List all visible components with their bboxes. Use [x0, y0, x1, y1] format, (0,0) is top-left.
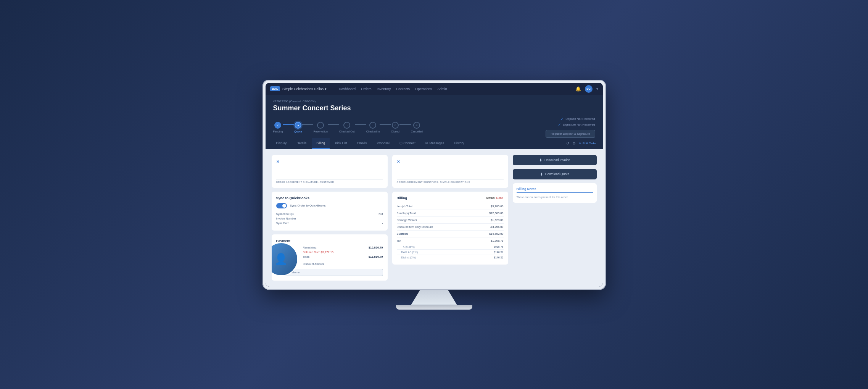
sync-quickbooks-toggle[interactable]: [276, 203, 287, 208]
qb-toggle-row: Sync Order to QuickBooks: [276, 203, 383, 208]
monitor-stand: [411, 290, 457, 305]
step-circle-pending: ✓: [274, 122, 281, 129]
step-label-checked-out: Checked Out: [339, 130, 355, 133]
step-cancelled: ⊘ Cancelled: [411, 122, 423, 133]
tab-emails[interactable]: Emails: [353, 138, 372, 149]
step-connector-6: [399, 124, 411, 125]
qb-field-synced: Synced to QB NO: [276, 212, 383, 216]
tab-billing[interactable]: Billing: [312, 138, 330, 149]
billing-row-items-total: Item(s) Total $3,780.00: [397, 203, 504, 210]
payment-details: Remaining: $15,860.79 Balance Due: $3,17…: [303, 246, 383, 266]
step-checked-out: → Checked Out: [339, 122, 355, 133]
deposit-info: ✓ Deposit Not Received: [560, 117, 595, 121]
nav-link-operations[interactable]: Operations: [415, 87, 432, 91]
billing-row-damage-waiver: Damage Waiver $1,628.00: [397, 217, 504, 224]
tab-display[interactable]: Display: [272, 138, 291, 149]
tab-history[interactable]: History: [449, 138, 469, 149]
right-panel: ⬇ Download Invoice ⬇ Download Quote Bill…: [513, 155, 597, 281]
tab-pick-list[interactable]: Pick List: [330, 138, 352, 149]
status-bar: ✓ Pending ● Quote → Reserv: [273, 117, 595, 138]
billing-row-subtotal: Subtotal $14,652.00: [397, 231, 504, 237]
qb-title: Sync to QuickBooks: [276, 196, 383, 200]
billing-status: Status: None: [486, 196, 503, 200]
edit-icon: ✏: [579, 142, 581, 145]
step-checked-in: ← Checked In: [366, 122, 380, 133]
tab-right-actions: ↺ ⚙ ✏ Edit Order: [566, 141, 596, 145]
settings-icon[interactable]: ⚙: [572, 141, 576, 145]
status-steps: ✓ Pending ● Quote → Reserv: [273, 122, 423, 133]
payment-title: Payment: [276, 239, 383, 243]
nav-link-orders[interactable]: Orders: [361, 87, 372, 91]
step-circle-checked-out: →: [343, 122, 350, 129]
step-circle-checked-in: ←: [369, 122, 376, 129]
sig-label-company: ORDER AGREEMENT SIGNATURE: Simple Celebr…: [397, 179, 504, 183]
nav-brand: BAL Simple Celebrations Dallas ▾: [270, 86, 327, 91]
billing-panel: Billing Status: None Item(s) Total $3,78…: [392, 192, 508, 265]
billing-row-district: District (1%) $146.52: [397, 255, 504, 260]
step-connector-5: [380, 124, 391, 125]
billing-header: Billing Status: None: [397, 196, 504, 200]
bell-icon[interactable]: 🔔: [575, 86, 581, 92]
nav-link-dashboard[interactable]: Dashboard: [339, 87, 356, 91]
nav-badge: BAL: [270, 86, 280, 91]
main-content: ✕ ORDER AGREEMENT SIGNATURE: Customer Sy…: [266, 149, 603, 287]
tab-details[interactable]: Details: [292, 138, 311, 149]
order-meta: #97027260 (Created: 02/06/24): [273, 100, 595, 103]
payment-row-total: Total: $15,860.79: [303, 255, 383, 258]
header-right: ✓ Deposit Not Received ✓ Signature Not R…: [546, 117, 595, 138]
quickbooks-panel: Sync to QuickBooks Sync Order to QuickBo…: [272, 192, 388, 231]
billing-row-discount: Discount Item Only Discount -$3,256.00: [397, 224, 504, 231]
step-reservation: → Reservation: [313, 122, 327, 133]
billing-notes-text: There are no notes present for this orde…: [517, 195, 593, 199]
step-circle-cancelled: ⊘: [413, 122, 420, 129]
nav-company: Simple Celebrations Dallas ▾: [282, 87, 327, 91]
billing-row-tx: TX (6.25%) $915.75: [397, 244, 504, 250]
edit-order-button[interactable]: ✏ Edit Order: [579, 142, 596, 145]
step-connector-1: [283, 124, 294, 125]
step-connector-3: [328, 124, 339, 125]
left-column: ✕ ORDER AGREEMENT SIGNATURE: Customer Sy…: [272, 155, 388, 281]
download-invoice-button[interactable]: ⬇ Download Invoice: [513, 155, 597, 165]
chevron-down-icon[interactable]: ▾: [325, 87, 327, 91]
step-label-cancelled: Cancelled: [411, 130, 423, 133]
monitor-wrapper: BAL Simple Celebrations Dallas ▾ Dashboa…: [262, 80, 606, 310]
order-header: #97027260 (Created: 02/06/24) Summer Con…: [266, 95, 603, 138]
tab-proposal[interactable]: Proposal: [372, 138, 394, 149]
billing-section-title: Billing: [397, 196, 407, 200]
tab-connect[interactable]: ⬡ Connect: [395, 138, 420, 149]
step-label-closed: Closed: [391, 130, 399, 133]
step-label-reservation: Reservation: [313, 130, 327, 133]
order-title: Summer Concert Series: [273, 104, 595, 112]
signature-info: ✓ Signature Not Received: [558, 123, 595, 127]
request-deposit-signature-button[interactable]: Request Deposit & Signature: [546, 130, 595, 138]
qb-field-invoice: Invoice Number -: [276, 217, 383, 220]
tab-messages[interactable]: ✉ Messages: [421, 138, 449, 149]
avatar-placeholder: 👤: [272, 243, 297, 275]
payment-row-balance-due: Balance Due: $3,172.16: [303, 250, 383, 254]
status-value: None: [496, 196, 503, 200]
step-circle-closed: ◇: [392, 122, 399, 129]
nav-link-admin[interactable]: Admin: [437, 87, 447, 91]
step-connector-2: [302, 124, 313, 125]
check-icon-deposit: ✓: [560, 117, 564, 121]
payment-row-remaining: Remaining: $15,860.79: [303, 246, 383, 249]
check-icon-signature: ✓: [558, 123, 561, 127]
nav-link-inventory[interactable]: Inventory: [377, 87, 391, 91]
refresh-icon[interactable]: ↺: [566, 141, 569, 145]
step-circle-quote: ●: [295, 122, 301, 129]
nav-right: 🔔 SC ▾: [575, 85, 598, 93]
monitor-inner: BAL Simple Celebrations Dallas ▾ Dashboa…: [266, 83, 603, 287]
download-quote-button[interactable]: ⬇ Download Quote: [513, 169, 597, 179]
qb-field-sync-date: Sync Date -: [276, 221, 383, 225]
step-quote: ● Quote: [294, 122, 302, 133]
step-label-quote: Quote: [294, 130, 302, 133]
step-closed: ◇ Closed: [391, 122, 399, 133]
step-connector-4: [355, 124, 366, 125]
sig-x-customer: ✕: [276, 160, 383, 164]
nav-link-contacts[interactable]: Contacts: [396, 87, 410, 91]
chevron-down-icon[interactable]: ▾: [596, 87, 598, 91]
download-quote-icon: ⬇: [540, 172, 543, 176]
signature-customer-panel: ✕ ORDER AGREEMENT SIGNATURE: Customer: [272, 155, 388, 188]
avatar[interactable]: SC: [585, 85, 593, 93]
step-label-pending: Pending: [273, 130, 283, 133]
